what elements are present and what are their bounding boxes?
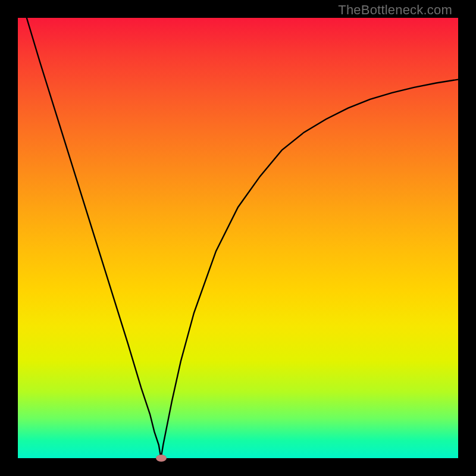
curve-svg <box>18 18 458 458</box>
watermark-text: TheBottleneck.com <box>338 2 452 18</box>
chart-frame: TheBottleneck.com <box>0 0 476 476</box>
minimum-marker <box>156 455 167 462</box>
plot-area <box>18 18 458 458</box>
curve-path <box>27 18 458 458</box>
